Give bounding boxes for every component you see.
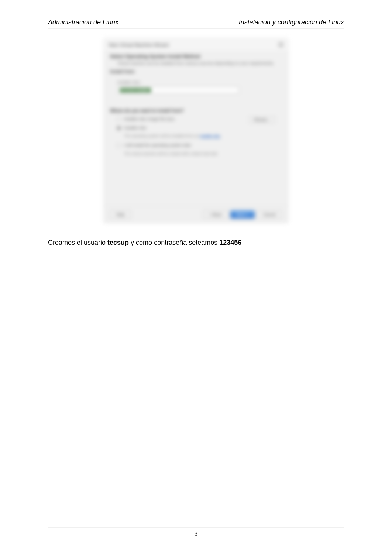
help-button[interactable]: Help	[110, 210, 131, 219]
wizard-dialog: New Virtual Machine Wizard Select Operat…	[104, 38, 288, 223]
close-icon[interactable]	[278, 42, 283, 47]
option-later[interactable]: I will install the operating system late…	[110, 143, 282, 148]
instruction-text: Creamos el usuario tecsup y como contras…	[48, 238, 344, 248]
wizard-subtext: Virtual machine can be installed from va…	[110, 61, 282, 66]
page-header: Administración de Linux Instalación y co…	[48, 18, 344, 29]
option-later-subtext: The virtual machine will be created with…	[124, 151, 282, 157]
wizard-title: New Virtual Machine Wizard	[109, 42, 169, 48]
header-title-right: Instalación y configuración de Linux	[239, 18, 344, 26]
installer-disc-link[interactable]: installer disc	[200, 134, 220, 138]
disc-dropdown[interactable]: No drives available	[117, 87, 239, 93]
radio-icon[interactable]	[117, 117, 121, 121]
radio-icon[interactable]	[117, 143, 121, 148]
back-button[interactable]: < Back	[203, 210, 228, 219]
option-disc-label: Installer disc	[124, 125, 147, 131]
document-page: Administración de Linux Instalación y co…	[0, 0, 392, 556]
option-iso[interactable]: Installer disc image file (iso): Browse.…	[110, 116, 282, 122]
page-footer: 3	[48, 527, 344, 538]
page-number: 3	[195, 531, 198, 537]
cancel-button[interactable]: Cancel	[257, 210, 282, 219]
option-disc[interactable]: Installer disc	[110, 125, 282, 131]
install-from-label: Install from:	[110, 69, 282, 74]
install-options: Where do you want to install from? Insta…	[110, 108, 282, 156]
disc-label: Installer disc:	[117, 80, 282, 85]
option-iso-label: Installer disc image file (iso):	[124, 116, 175, 122]
wizard-heading: Select Operating System Install Method	[110, 54, 282, 59]
radio-icon[interactable]	[117, 126, 121, 130]
browse-button[interactable]: Browse...	[249, 116, 275, 123]
disc-value: No drives available	[120, 88, 151, 92]
wizard-titlebar: New Virtual Machine Wizard	[104, 39, 288, 51]
option-later-label: I will install the operating system late…	[124, 143, 191, 148]
next-button[interactable]: Next >	[230, 210, 255, 219]
embedded-screenshot: New Virtual Machine Wizard Select Operat…	[104, 38, 288, 223]
header-title-left: Administración de Linux	[48, 18, 118, 26]
username-value: tecsup	[107, 239, 129, 246]
password-value: 123456	[219, 239, 241, 246]
options-title: Where do you want to install from?	[110, 108, 282, 113]
wizard-footer: Help < Back Next > Cancel	[104, 206, 288, 223]
option-disc-subtext: The operating system will be installed f…	[124, 134, 282, 139]
wizard-body: Select Operating System Install Method V…	[104, 51, 288, 159]
